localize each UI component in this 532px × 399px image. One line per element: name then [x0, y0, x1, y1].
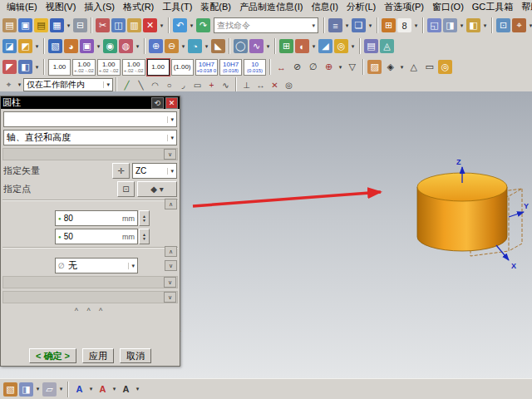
snap-toggle-icon[interactable]: ⌖ [2, 79, 15, 91]
tolerance-field[interactable]: 1.00+.02 -.02 [122, 59, 145, 76]
diameter-input[interactable]: ● 80 mm [55, 210, 138, 226]
copy-icon[interactable]: ◫ [111, 18, 126, 32]
wave-link-icon[interactable]: ◈ [383, 60, 397, 74]
dropdown-arrow-icon[interactable]: ▾ [16, 81, 23, 88]
chevron-down-icon[interactable]: ▾ [167, 116, 174, 123]
dim-diameter-icon[interactable]: ∅ [306, 60, 320, 74]
sketch-spline-icon[interactable]: ∿ [219, 79, 232, 91]
dropdown-arrow-icon[interactable]: ▾ [111, 386, 118, 392]
dropdown-arrow-icon[interactable]: ▾ [158, 22, 165, 29]
boss-icon[interactable]: ◍ [119, 39, 133, 53]
paste-icon[interactable]: ▥ [127, 18, 141, 32]
datum-plane-icon[interactable]: ◪ [2, 39, 17, 53]
sketch-rect-icon[interactable]: ▭ [191, 79, 204, 91]
dropdown-arrow-icon[interactable]: ▾ [264, 43, 272, 50]
dim-radial-icon[interactable]: ⊘ [290, 60, 304, 74]
point-constructor-icon[interactable]: ◆ ▾ [137, 181, 177, 197]
section-collapse-icon[interactable]: ∨ [164, 277, 176, 288]
dropdown-arrow-icon[interactable]: ▾ [458, 22, 466, 29]
datum-display-icon[interactable]: ▱ [42, 382, 57, 397]
ok-button[interactable]: < 确定 > [29, 348, 76, 363]
sketch-icon[interactable]: ◩ [18, 39, 32, 53]
point-dialog-icon[interactable]: ⊡ [117, 181, 135, 197]
menu-item[interactable]: 帮助(H) [517, 0, 532, 14]
subtract-icon[interactable]: ⊖ [165, 39, 179, 53]
menu-item[interactable]: 产品制造信息(I) [235, 0, 307, 14]
datum-csys-icon[interactable]: ◧ [18, 60, 32, 74]
menu-item[interactable]: 工具(T) [158, 0, 196, 14]
open-icon[interactable]: ▤ [34, 18, 48, 32]
view-orient-icon[interactable]: ◱ [427, 18, 441, 32]
dialog-collapse-handle[interactable]: ^ ^ ^ [2, 306, 178, 316]
dropdown-arrow-icon[interactable]: ▾ [34, 386, 42, 392]
menu-item[interactable]: 视图(V) [42, 0, 81, 14]
type-dropdown[interactable]: 轴、直径和高度 ▾ [3, 130, 177, 145]
window-icon[interactable]: ❏ [352, 18, 366, 32]
dropdown-arrow-icon[interactable]: ▾ [188, 22, 195, 29]
dropdown-arrow-icon[interactable]: ▾ [203, 43, 210, 50]
unite-icon[interactable]: ⊕ [149, 39, 163, 53]
redo-icon[interactable]: ↷ [196, 18, 210, 32]
extrude-icon[interactable]: ▧ [48, 39, 62, 53]
height-spinner[interactable]: ▲▼ [139, 229, 150, 244]
analysis-icon[interactable]: ◬ [380, 39, 394, 53]
chevron-down-icon[interactable]: ▾ [103, 81, 110, 88]
edge-blend-icon[interactable]: ◔ [188, 39, 202, 53]
mirror-feature-icon[interactable]: ◐ [295, 39, 309, 53]
sketch-line-icon[interactable]: ╱ [121, 79, 133, 91]
shell-icon[interactable]: ◯ [234, 39, 248, 53]
solid-body-icon[interactable]: ▧ [3, 382, 17, 397]
dialog-filter-dropdown[interactable]: ▾ [3, 111, 177, 127]
save-icon[interactable]: ▦ [50, 18, 64, 32]
fit-tolerance-field[interactable]: 10(0.015) [244, 59, 266, 76]
dialog-reset-icon[interactable]: ⟲ [151, 97, 164, 109]
tolerance-field[interactable]: 1.00 [48, 59, 71, 76]
shaded-view-icon[interactable]: ◧ [466, 18, 480, 32]
section-collapse-icon[interactable]: ∨ [165, 260, 177, 271]
dropdown-arrow-icon[interactable]: ▾ [343, 22, 351, 29]
delete-icon[interactable]: ✕ [143, 18, 157, 32]
pmi-icon[interactable]: ◤ [2, 60, 17, 74]
dropdown-arrow-icon[interactable]: ▾ [349, 43, 357, 50]
constraint-icon[interactable]: ⊥ [240, 79, 253, 91]
tolerance-field[interactable]: 1.00+.02 -.02 [97, 59, 121, 76]
dropdown-arrow-icon[interactable]: ▾ [398, 64, 406, 71]
offset-curve-icon[interactable]: ◎ [283, 79, 295, 91]
cancel-button[interactable]: 取消 [120, 348, 151, 363]
edit-style-icon[interactable]: ▨ [367, 60, 382, 74]
menu-item[interactable]: 插入(S) [80, 0, 119, 14]
grid-count-icon[interactable]: 8 [397, 18, 411, 32]
selection-scope-dropdown[interactable]: 仅在工作部件内 ▾ [23, 78, 113, 91]
text-tool-icon[interactable]: A [72, 382, 86, 397]
fit-tolerance-field[interactable]: 10H7+0.018 0 [195, 59, 219, 76]
dropdown-arrow-icon[interactable]: ▾ [412, 22, 420, 29]
menu-item[interactable]: 编辑(E) [2, 0, 42, 14]
dropdown-arrow-icon[interactable]: ▾ [337, 64, 344, 71]
thread-icon[interactable]: ∿ [249, 39, 264, 53]
sketch-fillet-icon[interactable]: ◞ [177, 79, 190, 91]
dialog-close-icon[interactable]: ✕ [165, 97, 178, 109]
dropdown-arrow-icon[interactable]: ▾ [87, 386, 95, 392]
tolerance-field[interactable]: (1.00) [171, 59, 194, 76]
facet-body-icon[interactable]: ◨ [19, 382, 33, 397]
height-input[interactable]: ● 50 mm [55, 229, 138, 244]
fit-tolerance-field[interactable]: 10H7(0.018) [219, 59, 242, 76]
tolerance-field[interactable]: 1.00+.02 -.02 [72, 59, 96, 76]
sketch-point-icon[interactable]: + [205, 79, 218, 91]
menu-item[interactable]: 信息(I) [307, 0, 342, 14]
undo-icon[interactable]: ↶ [173, 18, 187, 32]
revolve-icon[interactable]: ◕ [64, 39, 78, 53]
dropdown-arrow-icon[interactable]: ▾ [134, 43, 141, 50]
menu-item[interactable]: 首选项(P) [380, 0, 428, 14]
render-style-icon[interactable]: ◨ [443, 18, 457, 32]
cut-icon[interactable]: ✂ [96, 18, 110, 32]
note-icon[interactable]: ▭ [422, 60, 436, 74]
thread-note-icon[interactable]: ⊕ [322, 60, 336, 74]
chevron-down-icon[interactable]: ▾ [167, 135, 174, 141]
dropdown-arrow-icon[interactable]: ▾ [33, 43, 41, 50]
chevron-down-icon[interactable]: ▾ [167, 168, 174, 175]
dialog-titlebar[interactable]: 圆柱 ⟲ ✕ [1, 96, 180, 109]
dimension-icon[interactable]: ↔ [254, 79, 267, 91]
dropdown-arrow-icon[interactable]: ▾ [65, 22, 72, 29]
tolerance-field[interactable]: 1.00 [147, 59, 170, 76]
